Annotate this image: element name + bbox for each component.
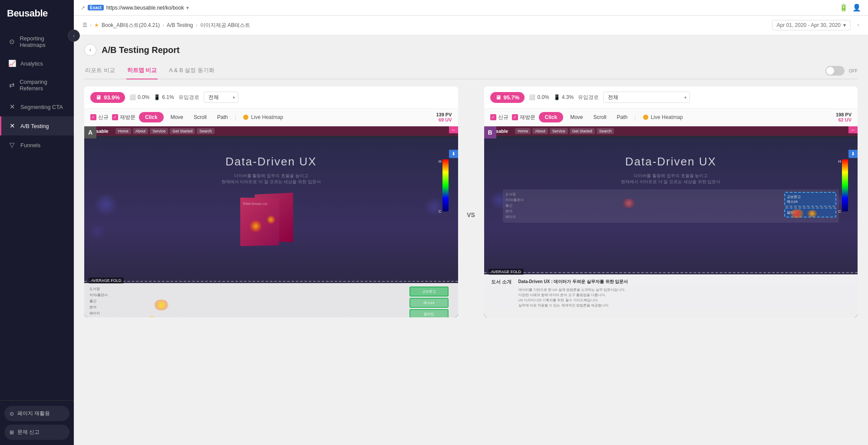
sidebar-item-ab-testing[interactable]: ✕ A/B Testing	[0, 116, 74, 135]
page-title: A/B Testing Report	[102, 45, 180, 55]
color-scale-label-h-b: H	[838, 159, 842, 164]
breadcrumb-item-ab[interactable]: A/B Testing	[167, 22, 193, 28]
panel-b-click-button[interactable]: Click	[539, 112, 564, 122]
panel-b-return-label: 재방문	[520, 114, 535, 121]
sidebar-item-label: Segmenting CTA	[20, 104, 63, 110]
sidebar-item-label: A/B Testing	[20, 123, 49, 129]
color-scale-b	[842, 159, 848, 211]
panel-b-toolbar-btns: Home About Service Get Started Search	[515, 128, 614, 134]
panel-a-toolbar-btns: Home About Service Get Started Search	[116, 128, 215, 134]
ht-btn-4a[interactable]: Get Started	[170, 128, 195, 134]
panel-b-entry-select[interactable]: 전체	[603, 92, 690, 103]
panel-a-return-label: 재방문	[120, 114, 135, 121]
panel-a-corner-button[interactable]: ↔	[449, 126, 458, 133]
panel-a-download-button[interactable]: ⬇	[449, 150, 458, 158]
panel-a-click-button[interactable]: Click	[139, 112, 164, 122]
menu-icon[interactable]: ☰	[83, 22, 87, 28]
sidebar-item-label: Funnels	[20, 142, 40, 148]
panel-b-mobile-pct: 📱 4.3%	[554, 94, 574, 100]
panel-b-new-check: 신규	[490, 114, 508, 121]
panel-b-download-button[interactable]: ⬇	[848, 150, 858, 158]
breadcrumb-item-image[interactable]: 이미지제공 AB테스트	[200, 22, 250, 29]
ht-btn-1a[interactable]: Home	[116, 128, 131, 134]
breadcrumb-item-book[interactable]: Book_AB테스트(20.4.21)	[102, 22, 160, 29]
segmenting-icon: ✕	[8, 103, 16, 111]
tab-report-compare[interactable]: 리포트 비교	[84, 63, 116, 79]
ht-btn-3b[interactable]: Service	[550, 128, 568, 134]
ht-btn-1b[interactable]: Home	[515, 128, 531, 134]
url-dropdown-icon[interactable]: ▾	[186, 5, 189, 11]
panel-b-path-button[interactable]: Path	[614, 112, 631, 122]
panel-a-fold-label: AVERAGE FOLD	[89, 277, 124, 283]
sync-toggle-switch[interactable]	[825, 66, 845, 76]
scroll-up-icon[interactable]: ↑	[857, 22, 859, 28]
sidebar-nav: ⊙ Reporting Heatmaps 📈 Analytics ⇄ Compa…	[0, 25, 74, 400]
sidebar-item-analytics[interactable]: 📈 Analytics	[0, 54, 74, 73]
panel-a-subtitle: 다이버를 활용해 업무의 효율을 높이고현재에서 이머트로 더 잘 모르는 세상…	[84, 173, 458, 185]
back-button[interactable]: ‹	[84, 44, 96, 56]
panel-a-new-check: 신규	[90, 114, 109, 121]
panel-b-corner-button[interactable]: ↔	[848, 126, 858, 133]
panel-b: 🖥 95.7% ⬜ 0.0% 📱 4.3% 유입경로 전체	[484, 86, 858, 317]
panel-b-scroll-button[interactable]: Scroll	[590, 112, 610, 122]
panel-b-live-label: Live Heatmap	[651, 114, 683, 120]
report-issue-button[interactable]: ⊞ 문제 신고	[4, 425, 69, 440]
ht-btn-4b[interactable]: Get Started	[570, 128, 595, 134]
sidebar-collapse-button[interactable]: ‹	[68, 30, 80, 42]
panel-a-entry-select[interactable]: 전체	[204, 92, 238, 103]
ht-btn-3a[interactable]: Service	[150, 128, 168, 134]
panel-b-new-checkbox[interactable]	[490, 114, 496, 120]
panel-a-return-checkbox[interactable]	[112, 114, 118, 120]
sidebar: Beusable ‹ ⊙ Reporting Heatmaps 📈 Analyt…	[0, 0, 74, 445]
panel-b-metric: 95.7%	[504, 94, 520, 101]
date-range-picker[interactable]: Apr 01, 2020 - Apr 30, 2020 ▾	[772, 20, 851, 30]
panel-a-new-checkbox[interactable]	[90, 114, 96, 120]
tab-bar: 리포트 비교 히트맵 비교 A & B 설정 동기화 OFF	[84, 63, 858, 79]
page-replay-button[interactable]: ⊙ 페이지 재활용	[4, 406, 69, 421]
ab-panels: 🖥 93.9% ⬜ 0.0% 📱 6.1% 유입경로 전체	[84, 86, 858, 317]
sidebar-item-funnels[interactable]: ▽ Funnels	[0, 135, 74, 155]
vs-divider: VS	[458, 86, 484, 317]
sidebar-item-segmenting-cta[interactable]: ✕ Segmenting CTA	[0, 97, 74, 116]
ht-btn-5a[interactable]: Search	[197, 128, 215, 134]
ht-btn-2b[interactable]: About	[532, 128, 548, 134]
panel-a-new-label: 신규	[98, 114, 109, 121]
panel-a-metric-badge: 🖥 93.9%	[90, 92, 125, 103]
topbar-right: 🔋 👤	[839, 3, 861, 12]
panel-a-scroll-button[interactable]: Scroll	[190, 112, 210, 122]
panel-b-entry-select-wrap[interactable]: 전체	[603, 92, 690, 103]
tab-ab-sync[interactable]: A & B 설정 동기화	[168, 63, 215, 79]
battery-icon: 🔋	[839, 3, 848, 12]
topbar: ↗ Exact https://www.beusable.net/ko/book…	[74, 0, 868, 16]
panel-a-uv: 69 UV	[439, 117, 452, 122]
color-scale-label-h-a: H	[439, 159, 442, 164]
page-header: ‹ A/B Testing Report	[84, 44, 858, 56]
ht-btn-5b[interactable]: Search	[597, 128, 614, 134]
panel-b-new-label: 신규	[498, 114, 508, 121]
panel-a-move-button[interactable]: Move	[167, 112, 187, 122]
panel-b-average-fold: AVERAGE FOLD	[484, 272, 858, 273]
panel-b-entry-label: 유입경로	[578, 94, 599, 101]
tab-heatmap-compare[interactable]: 히트맵 비교	[126, 63, 158, 79]
panel-b-content: ⬇ H C Data-Driven UX 다이버를 활용해 업무의 효율을 높이…	[484, 138, 858, 317]
ab-testing-icon: ✕	[8, 122, 16, 130]
panel-a-entry-label: 유입경로	[178, 94, 199, 101]
funnels-icon: ▽	[8, 141, 16, 149]
ht-btn-2a[interactable]: About	[133, 128, 149, 134]
sidebar-item-reporting-heatmaps[interactable]: ⊙ Reporting Heatmaps	[0, 30, 74, 54]
sidebar-item-comparing-referrers[interactable]: ⇄ Comparing Referrers	[0, 73, 74, 97]
panel-a-entry-select-wrap[interactable]: 전체	[204, 92, 238, 103]
panel-a-live-heatmap-button[interactable]: Live Heatmap	[240, 112, 287, 122]
panel-b-move-button[interactable]: Move	[567, 112, 586, 122]
content-area: ‹ A/B Testing Report 리포트 비교 히트맵 비교 A & B…	[74, 35, 868, 445]
panel-a-pv-uv: 139 PV 69 UV	[436, 112, 452, 122]
panel-a-path-button[interactable]: Path	[214, 112, 231, 122]
panel-b-return-checkbox[interactable]	[512, 114, 518, 120]
desktop-icon-b: ⬜	[529, 94, 535, 100]
panel-a-average-fold: AVERAGE FOLD	[84, 281, 458, 282]
user-icon[interactable]: 👤	[852, 3, 861, 12]
panel-b-live-heatmap-button[interactable]: Live Heatmap	[640, 112, 686, 122]
panel-b-page-title: Data-Driven UX	[484, 138, 858, 173]
panel-b-label: B	[484, 126, 496, 138]
app-logo: Beusable	[0, 0, 74, 25]
